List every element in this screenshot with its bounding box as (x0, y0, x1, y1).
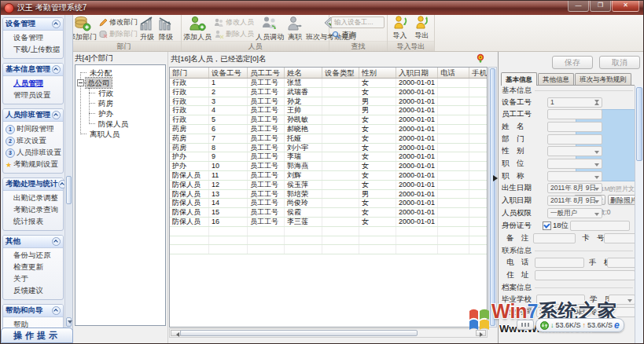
scroll-down-button[interactable] (66, 317, 72, 327)
field-select[interactable] (547, 146, 602, 156)
sidebar-section-header[interactable]: 基本信息管理 (3, 64, 63, 76)
tree-node[interactable]: 总公司 (75, 78, 165, 88)
sidebar-item[interactable]: 关于 (3, 273, 63, 285)
id-18-checkbox[interactable] (543, 221, 551, 230)
sidebar-section-header[interactable]: 人员排班管理 (3, 109, 63, 122)
scrollbar-thumb[interactable] (180, 330, 418, 336)
field-select[interactable] (547, 171, 602, 181)
field-select[interactable]: 2011年 8月 9日 (547, 196, 602, 206)
add-person-button[interactable]: 添加人员 (182, 16, 213, 42)
table-vertical-scrollbar[interactable] (488, 67, 497, 328)
column-header[interactable]: 设备类型 (322, 68, 359, 78)
sidebar-section-header[interactable]: 考勤处理与统计 (3, 178, 63, 191)
import-button[interactable]: 导入 ▾ (391, 16, 410, 44)
search-input[interactable]: 输入设备工... (331, 16, 385, 28)
column-header[interactable]: 部门 (170, 68, 209, 78)
sidebar-item[interactable]: ★考勤规则设置 (3, 159, 63, 170)
field-spinner[interactable]: 1 (547, 97, 602, 108)
edit-person-button[interactable]: 修改人员 (213, 16, 254, 28)
tree-node[interactable]: 离职人员 (75, 129, 165, 139)
tree-node[interactable]: 护办 (75, 108, 165, 119)
sidebar-item[interactable]: 备份与还原 (3, 250, 63, 262)
table-row[interactable]: 行政5员工工号孙凯敏女2000-01-01 (170, 115, 487, 125)
table-row[interactable]: 防保人员12员工工号侯玉萍女2000-01-01 (170, 181, 487, 190)
table-row[interactable]: 行政2员工工号武瑞香女2000-01-01 (170, 88, 487, 97)
tree-node[interactable]: 防保人员 (75, 119, 165, 129)
flower-icon[interactable] (476, 53, 485, 63)
delete-person-button[interactable]: 删除人员 (213, 28, 254, 40)
sidebar-item[interactable]: 管理员设置 (3, 90, 63, 101)
downgrade-button[interactable]: 降级 (156, 16, 175, 42)
sidebar-item[interactable]: 3人员排班设置 (3, 147, 63, 159)
field-input[interactable] (547, 122, 602, 132)
query-button[interactable]: 查询 (331, 30, 387, 40)
tab-other-info[interactable]: 其他信息 (538, 73, 574, 85)
sidebar-item[interactable]: 人员管理 (3, 78, 63, 90)
column-header[interactable]: 电话 (438, 68, 469, 78)
column-header[interactable]: 员工工号 (248, 68, 285, 78)
column-header[interactable]: 姓名 (285, 68, 322, 78)
sidebar-item[interactable]: 反馈建议 (3, 285, 63, 297)
table-row[interactable]: 防保人员13员工工号郭培荣男2000-01-01 (170, 190, 487, 199)
sidebar-item[interactable]: 1时间段管理 (3, 123, 63, 135)
sidebar-item[interactable]: 统计报表 (3, 216, 63, 228)
table-row[interactable]: 行政4员工工号王帅男2000-01-01 (170, 106, 487, 115)
tree-expand-icon[interactable] (77, 79, 84, 86)
table-row[interactable]: 药房7员工工号托娅女2000-01-01 (170, 134, 487, 144)
tab-basic-info[interactable]: 基本信息 (501, 72, 537, 86)
minimize-button[interactable]: — (568, 1, 589, 12)
resign-button[interactable]: 离职 (285, 16, 304, 42)
scrollbar-thumb[interactable] (636, 87, 642, 161)
note-input[interactable] (533, 233, 576, 243)
column-header[interactable]: 性别 (359, 68, 396, 78)
field-input[interactable] (547, 109, 602, 119)
address-input[interactable] (535, 270, 635, 280)
sidebar-item[interactable]: 下载/上传数据 (3, 44, 63, 56)
table-row[interactable]: 防保人员11员工工号刘辉女2000-01-01 (170, 171, 487, 181)
sidebar-item[interactable]: 考勤记录查询 (3, 204, 63, 216)
table-row[interactable]: 药房6员工工号郝晓艳女2000-01-01 (170, 125, 487, 134)
collapse-icon[interactable] (52, 237, 61, 246)
column-header[interactable]: 设备工号 (209, 68, 248, 78)
mobile-input[interactable] (607, 258, 635, 268)
column-header[interactable]: 手机 (469, 68, 488, 78)
field-input[interactable] (547, 134, 602, 145)
sidebar-section-header[interactable]: 设备管理 (3, 18, 63, 31)
save-button[interactable]: 保存 (552, 56, 593, 69)
sidebar-section-header[interactable]: 帮助和向导 (3, 305, 63, 317)
collapse-icon[interactable] (52, 65, 61, 74)
card-input[interactable] (604, 233, 635, 243)
id-number-input[interactable] (570, 221, 630, 231)
scrollbar-thumb[interactable] (490, 68, 495, 326)
sidebar-scrollbar[interactable] (64, 15, 72, 328)
sidebar-item[interactable]: 2班次设置 (3, 135, 63, 147)
table-row[interactable]: 药房8员工工号刘小宇女2000-01-01 (170, 144, 487, 153)
tree-node[interactable]: 行政 (75, 88, 165, 98)
transfer-person-button[interactable]: 人员调动 (254, 16, 285, 42)
export-button[interactable]: 导出 ▾ (413, 16, 432, 44)
sidebar-item[interactable]: 设备管理 (3, 32, 63, 44)
panel-collapse-arrow[interactable] (493, 175, 501, 181)
edit-department-button[interactable]: 修改部门 (98, 16, 138, 28)
cancel-button[interactable]: 取消 (599, 56, 640, 69)
collapse-icon[interactable] (52, 20, 61, 28)
collapse-icon[interactable] (52, 111, 61, 119)
column-header[interactable]: 入职日期 (396, 68, 438, 78)
operation-tips-bar[interactable]: 操作提示 (1, 328, 73, 343)
collapse-icon[interactable] (52, 306, 61, 315)
tab-shift-rules[interactable]: 班次与考勤规则 (575, 73, 631, 85)
sidebar-section-header[interactable]: 其他 (3, 236, 63, 248)
table-row[interactable]: 行政1员工工号张慧女2000-01-01 (170, 79, 487, 88)
table-row[interactable]: 护办9员工工号李瑞女2000-01-01 (170, 152, 487, 162)
sidebar-item[interactable]: 检查更新 (3, 262, 63, 273)
upgrade-button[interactable]: 升级 (138, 16, 156, 42)
field-select[interactable] (547, 159, 602, 169)
table-row[interactable]: 行政3员工工号孙龙男2000-01-01 (170, 97, 487, 107)
tree-node[interactable]: 未分配 (75, 68, 165, 78)
phone-input[interactable] (535, 258, 584, 268)
table-row[interactable]: 防保人员14员工工号尚俊玲女2000-01-01 (170, 199, 487, 208)
table-row[interactable]: 护办10员工工号郭海燕女2000-01-01 (170, 162, 487, 171)
tree-node[interactable]: 药房 (75, 98, 165, 108)
table-row[interactable]: 防保人员15员工工号侯霞女2000-01-01 (170, 208, 487, 218)
maximize-button[interactable]: ❐ (590, 1, 611, 12)
